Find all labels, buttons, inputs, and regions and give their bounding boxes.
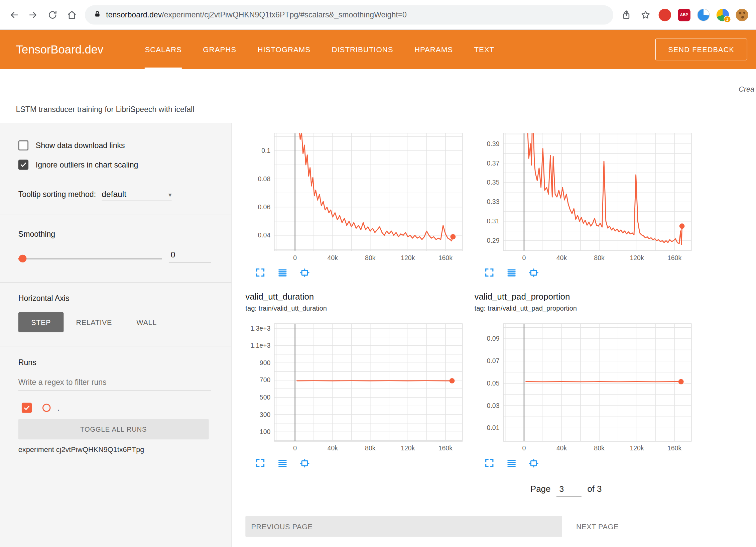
fullscreen-icon[interactable] [484,267,495,278]
next-page-button[interactable]: NEXT PAGE [573,516,621,537]
svg-text:0.33: 0.33 [487,198,500,205]
chart-actions [475,267,697,278]
runs-filter-input[interactable] [18,376,211,391]
chart-tag: tag: train/… [475,123,697,125]
smoothing-slider[interactable] [18,258,162,259]
ignore-outliers-row[interactable]: Ignore outliers in chart scaling [18,160,212,170]
extension-red-icon[interactable] [659,8,671,21]
svg-text:120k: 120k [401,444,415,452]
data-lines-icon[interactable] [506,458,517,468]
chart-tag: tag: train/valid_utt_pad_proportion [475,304,697,316]
horizontal-axis-buttons: STEP RELATIVE WALL [18,312,212,332]
chart-actions [245,267,467,278]
browser-toolbar: tensorboard.dev/experiment/cj2vtPiwQHKN9… [0,0,756,30]
home-icon[interactable] [66,8,78,21]
tab-histograms[interactable]: HISTOGRAMS [257,30,310,69]
data-lines-icon[interactable] [277,458,288,468]
axis-relative-button[interactable]: RELATIVE [68,312,121,332]
cookie-icon[interactable] [736,8,748,21]
svg-text:100: 100 [260,428,271,435]
svg-text:0.09: 0.09 [487,335,500,342]
address-bar[interactable]: tensorboard.dev/experiment/cj2vtPiwQHKN9… [85,5,613,24]
show-download-links-checkbox[interactable] [18,140,28,150]
run-row[interactable]: . [18,403,212,413]
slider-thumb[interactable] [19,255,26,262]
show-download-links-label: Show data download links [36,141,125,150]
line-chart[interactable]: 1003005007009001.1e+31.3e+3040k80k120k16… [245,321,467,455]
forward-icon[interactable] [27,8,40,21]
ignore-outliers-checkbox[interactable] [18,160,28,170]
horizontal-axis-label: Horizontal Axis [18,294,212,303]
experiment-id-text: experiment cj2vtPiwQHKN9Q1tx6PTpg [18,445,212,454]
tab-text[interactable]: TEXT [474,30,494,69]
svg-text:80k: 80k [365,254,376,261]
svg-text:120k: 120k [630,444,644,452]
fit-domain-icon[interactable] [299,458,310,468]
svg-text:0.01: 0.01 [487,424,500,431]
line-chart[interactable]: 0.010.030.050.070.09040k80k120k160k [475,321,697,455]
lock-icon [94,10,101,20]
toggle-all-runs-button[interactable]: TOGGLE ALL RUNS [18,419,209,440]
extension-abp-icon[interactable]: ABP [678,8,690,21]
svg-text:0.03: 0.03 [487,402,500,409]
fullscreen-icon[interactable] [255,267,266,278]
axis-step-button[interactable]: STEP [18,312,64,332]
chart-card-valid-utt-pad-proportion: valid_utt_pad_proportion tag: train/vali… [475,292,697,468]
svg-text:40k: 40k [556,254,567,261]
svg-text:160k: 160k [438,444,453,452]
fit-domain-icon[interactable] [528,267,539,278]
pagination: Page of 3 [530,484,602,497]
send-feedback-button[interactable]: SEND FEEDBACK [655,38,747,60]
chart-actions [475,458,697,468]
back-icon[interactable] [8,8,20,21]
tab-hparams[interactable]: HPARAMS [414,30,453,69]
tooltip-sort-dropdown[interactable]: default▾ [102,190,171,201]
chart-tag: tag: train/… [245,123,467,125]
axis-wall-button[interactable]: WALL [126,312,167,332]
chart-card-top-left: tag: train/… 0.040.060.080.1040k80k120k1… [245,123,467,278]
svg-text:120k: 120k [630,254,644,261]
line-chart[interactable]: 0.040.060.080.1040k80k120k160k [245,130,467,264]
svg-text:160k: 160k [438,254,453,261]
tab-distributions[interactable]: DISTRIBUTIONS [332,30,393,69]
svg-text:0.07: 0.07 [487,357,500,364]
charts-panel: tag: train/… 0.040.060.080.1040k80k120k1… [232,123,756,547]
brand-logo[interactable]: TensorBoard.dev [0,30,121,69]
svg-text:120k: 120k [401,254,415,261]
show-download-links-row[interactable]: Show data download links [18,140,212,150]
svg-text:0: 0 [293,444,297,452]
svg-text:0.31: 0.31 [487,217,500,225]
tab-scalars[interactable]: SCALARS [145,30,181,69]
tooltip-sort-row: Tooltip sorting method:default▾ [18,190,212,201]
settings-sidebar: Show data download links Ignore outliers… [0,123,232,547]
data-lines-icon[interactable] [277,267,288,278]
chart-actions [245,458,467,468]
svg-text:160k: 160k [667,444,681,452]
profile-avatar[interactable]: 1 [717,8,729,21]
fullscreen-icon[interactable] [484,458,495,468]
main-nav: SCALARS GRAPHS HISTOGRAMS DISTRIBUTIONS … [145,30,494,69]
fit-domain-icon[interactable] [299,267,310,278]
smoothing-value-input[interactable] [169,249,211,262]
bookmark-star-icon[interactable] [639,8,652,21]
ignore-outliers-label: Ignore outliers in chart scaling [36,160,138,169]
line-chart[interactable]: 0.290.310.330.350.370.39040k80k120k160k [475,130,697,264]
share-icon[interactable] [620,8,633,21]
reload-icon[interactable] [46,8,59,21]
fullscreen-icon[interactable] [255,458,266,468]
url-domain: tensorboard.dev [106,10,162,19]
extension-blue-icon[interactable] [697,8,710,21]
svg-text:40k: 40k [328,254,338,261]
fit-domain-icon[interactable] [528,458,539,468]
run-color-swatch-icon [42,404,51,412]
svg-text:40k: 40k [556,444,567,452]
run-checkbox[interactable] [22,403,32,413]
smoothing-row [18,249,212,269]
svg-text:900: 900 [260,359,271,366]
tab-graphs[interactable]: GRAPHS [203,30,236,69]
page-number-input[interactable] [556,484,582,497]
previous-page-button[interactable]: PREVIOUS PAGE [245,516,562,537]
chart-card-valid-utt-duration: valid_utt_duration tag: train/valid_utt_… [245,292,467,468]
data-lines-icon[interactable] [506,267,517,278]
svg-text:0: 0 [293,254,297,261]
